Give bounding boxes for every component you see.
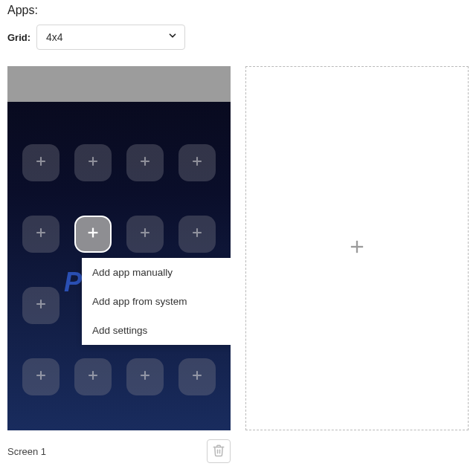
context-menu: Add app manually Add app from system Add… [82, 258, 231, 345]
grid-label: Grid: [7, 32, 30, 43]
plus-icon [86, 368, 100, 386]
app-slot[interactable] [178, 216, 216, 253]
grid-select[interactable]: 4x4 [36, 25, 185, 50]
menu-item-add-settings[interactable]: Add settings [82, 316, 231, 345]
app-slot[interactable] [22, 358, 60, 395]
app-slot[interactable] [22, 144, 60, 181]
plus-icon [85, 224, 101, 244]
grid-row: Grid: 4x4 [7, 25, 469, 50]
status-bar [7, 66, 231, 102]
app-slot[interactable] [22, 216, 60, 253]
plus-icon [33, 368, 48, 386]
app-slot[interactable] [74, 144, 112, 181]
plus-icon [138, 225, 152, 243]
menu-item-add-app-manually[interactable]: Add app manually [82, 258, 231, 287]
screens-container: P [7, 66, 469, 463]
app-slot[interactable] [74, 358, 112, 395]
app-slot[interactable] [126, 216, 164, 253]
plus-icon [33, 297, 48, 314]
plus-icon [138, 368, 152, 386]
grid-select-wrap: 4x4 [36, 25, 185, 50]
screen-label: Screen 1 [7, 446, 46, 457]
trash-icon [212, 444, 225, 459]
plus-icon [347, 236, 367, 260]
app-slot[interactable] [178, 144, 216, 181]
phone-preview: P [7, 66, 231, 430]
apps-heading: Apps: [7, 4, 469, 17]
menu-item-add-app-from-system[interactable]: Add app from system [82, 287, 231, 316]
plus-icon [138, 154, 152, 172]
add-screen-button[interactable] [245, 66, 469, 430]
app-slot[interactable] [22, 287, 60, 324]
plus-icon [33, 154, 48, 172]
delete-screen-button[interactable] [207, 439, 231, 463]
app-slot[interactable] [178, 358, 216, 395]
plus-icon [86, 154, 100, 172]
app-slot[interactable] [126, 144, 164, 181]
plus-icon [190, 225, 205, 243]
screen-footer: Screen 1 [7, 439, 231, 463]
plus-icon [190, 368, 205, 386]
app-slot[interactable] [126, 358, 164, 395]
screen-1-wrap: P [7, 66, 231, 463]
plus-icon [33, 225, 48, 243]
plus-icon [190, 154, 205, 172]
app-slot-active[interactable] [74, 216, 112, 253]
